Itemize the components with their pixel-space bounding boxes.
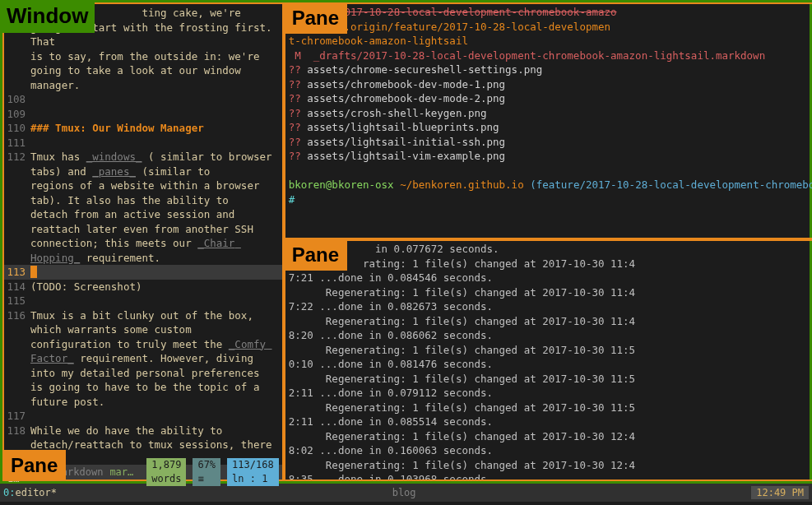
tmux-title: blog xyxy=(57,486,751,500)
status-words: 1,879 words xyxy=(146,458,186,486)
pane-badge: Pane xyxy=(284,239,347,271)
pane-jekyll-log[interactable]: Pane in 0.077672 seconds. rating: 1 file… xyxy=(284,239,812,481)
pane-badge: Pane xyxy=(2,450,66,481)
pane-git-shell[interactable]: Pane XXXXXXXXX017-10-28-local-developmen… xyxy=(284,2,812,239)
tmux-statusbar[interactable]: 0: editor* blog 12:49 PM xyxy=(0,484,812,502)
tmux-window: Window ting cake, we're going to start w… xyxy=(0,0,812,484)
tmux-window-name[interactable]: editor* xyxy=(15,486,57,500)
jekyll-output: in 0.077672 seconds. rating: 1 file(s) c… xyxy=(289,242,812,481)
pane-badge: Pane xyxy=(284,2,347,34)
status-percent: 67% ≡ xyxy=(193,458,220,486)
pane-editor[interactable]: ting cake, we're going to start with the… xyxy=(2,2,284,481)
git-output: XXXXXXXXX017-10-28-local-development-chr… xyxy=(289,5,812,206)
status-position: 113/168 ln : 1 xyxy=(227,458,279,486)
tmux-clock: 12:49 PM xyxy=(751,486,809,500)
status-filetype: mar… xyxy=(109,466,133,480)
right-column: Pane XXXXXXXXX017-10-28-local-developmen… xyxy=(284,2,812,481)
window-badge: Window xyxy=(0,0,95,33)
tmux-session[interactable]: 0: xyxy=(3,486,15,500)
vim-buffer[interactable]: ting cake, we're going to start with the… xyxy=(4,4,282,465)
